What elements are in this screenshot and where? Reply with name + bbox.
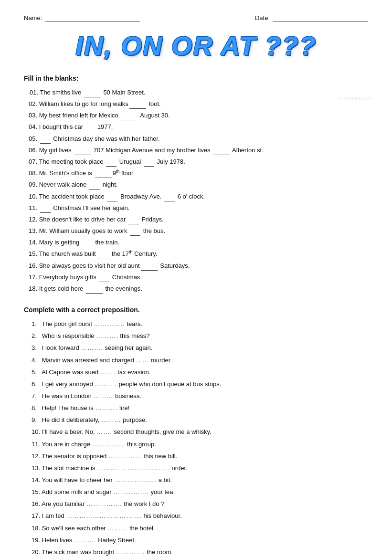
dots: ……	[136, 357, 149, 364]
list-item: 5. Al Capone was sued ……. tax evasion.	[32, 368, 368, 377]
list-item: 17. Everybody buys gifts Christmas.	[29, 273, 368, 282]
blank	[130, 230, 140, 236]
date-underline	[273, 15, 368, 21]
list-item: 1. The poor girl burst ………….. tears.	[32, 319, 368, 329]
blank	[40, 137, 51, 144]
list-item: 05. Christmas day she was with her fathe…	[29, 134, 368, 144]
blank	[82, 241, 93, 247]
list-item: 09. Never walk alone night.	[29, 180, 368, 190]
list-item: 01. The smiths live 50 Main Street.	[29, 88, 368, 97]
blank	[106, 160, 117, 167]
section1: Fill in the blanks: 01. The smiths live …	[24, 74, 368, 294]
list-item: 15. The church was built the 17th Centur…	[29, 249, 368, 259]
name-label: Name:	[24, 14, 42, 21]
list-item: 11. Christmas I'll see her again.	[29, 203, 368, 213]
blank	[128, 218, 139, 224]
list-item: 6. I get very annoyed ………. people who do…	[32, 379, 368, 389]
list-item: 10. The accident took place Broadway Ave…	[29, 192, 368, 201]
list-item: 11. You are in charge …………… this group.	[32, 440, 368, 449]
blank	[99, 276, 109, 282]
dots: ……….	[81, 344, 103, 351]
list-item: 07. The meeting took place Uruguai July …	[29, 157, 368, 167]
list-item: 15. Add some milk and sugar ……………. your …	[32, 487, 368, 497]
list-item: 02. William likes to go for long walks f…	[29, 99, 368, 109]
blank	[40, 207, 51, 213]
dots: …………..	[94, 320, 125, 327]
blank	[121, 114, 138, 120]
header: Name: Date:	[24, 14, 368, 21]
blank	[141, 264, 158, 271]
blank	[89, 184, 100, 190]
list-item: 20. The sick man was brought …………. the r…	[32, 547, 368, 557]
blank	[107, 195, 117, 201]
list-item: 9. He did it deliberately, ……… purpose.	[32, 415, 368, 425]
main-title: IN, ON OR AT ???	[75, 31, 317, 61]
section2: Complete with a correct preposition. 1. …	[24, 306, 368, 557]
blank	[86, 287, 103, 294]
title-container: IN, ON OR AT ???	[24, 30, 368, 61]
list-item: 7. He was in London ……… business.	[32, 391, 368, 401]
dots: ……….	[95, 380, 117, 388]
dots: ……………	[108, 453, 142, 460]
date-label: Date:	[255, 14, 270, 21]
section1-list: 01. The smiths live 50 Main Street. 02. …	[24, 88, 368, 294]
dots: ……….	[96, 332, 118, 339]
list-item: 13. Mr. William usually goes to work the…	[29, 226, 368, 236]
list-item: 14. You will have to cheer her ………………. a…	[32, 475, 368, 485]
section1-title: Fill in the blanks:	[24, 74, 368, 82]
dots: …….	[100, 368, 116, 376]
dots: ………….	[116, 548, 145, 556]
dots: …………….	[113, 488, 149, 495]
date-field: Date:	[255, 14, 368, 21]
dots: …………………………….	[66, 512, 142, 519]
list-item: 18. It gets cold here the evenings.	[29, 284, 368, 294]
list-item: 4. Marvin was arrested and charged …… mu…	[32, 356, 368, 365]
dots: …………….	[86, 500, 122, 507]
list-item: 18. So we'll see each other ……… the hote…	[32, 524, 368, 533]
list-item: 17. I am fed ……………………………. his behaviour.	[32, 511, 368, 521]
list-item: 8. Help! The house is ………. fire!	[32, 403, 368, 413]
list-item: 12. She doesn't like to drive her car Fr…	[29, 215, 368, 224]
list-item: 10. I'll have a beer. No, ……. second tho…	[32, 427, 368, 437]
dots: ……………	[92, 441, 126, 448]
list-item: 13. The slot machine is …………. ………………. or…	[32, 463, 368, 473]
list-item: 3. I look forward ………. seeing her again.	[32, 343, 368, 353]
dots: ……………….	[114, 476, 157, 484]
blank	[213, 149, 230, 155]
dots: ……………….	[127, 464, 170, 472]
list-item: 16. She always goes to visit her old aun…	[29, 261, 368, 271]
blank	[95, 172, 112, 178]
name-field: Name:	[24, 14, 140, 21]
list-item: 03. My best friend left for Mexico Augus…	[29, 111, 368, 120]
section2-title: Complete with a correct preposition.	[24, 306, 368, 314]
list-item: 2. Who is responsible ………. this mess?	[32, 331, 368, 341]
name-underline	[45, 15, 140, 21]
list-item: 19. Helen lives ………. Harley Street.	[32, 536, 368, 545]
blank	[164, 195, 175, 201]
list-item: 12. The senator is opposed …………… this ne…	[32, 452, 368, 461]
dots: ………….	[97, 464, 126, 472]
dots: ………	[107, 525, 127, 532]
dots: ………	[101, 416, 121, 423]
list-item: 14. Mary is getting the train.	[29, 238, 368, 247]
blank	[84, 91, 101, 97]
blank	[144, 160, 154, 167]
dots: ……….	[95, 404, 117, 411]
blank	[129, 103, 146, 109]
dots: ……….	[74, 537, 96, 544]
list-item: 08. Mr. Smith's office is 9th floor.	[29, 168, 368, 178]
blank	[84, 126, 95, 132]
section2-list: 1. The poor girl burst ………….. tears. 2. …	[24, 319, 368, 557]
list-item: 04. I bought this car 1977.	[29, 122, 368, 132]
list-item: 06. My girl lives 707 Michigan Avenue an…	[29, 146, 368, 155]
blank	[74, 149, 91, 155]
dots: ………	[93, 392, 113, 400]
list-item: 16. Are you familiar ……………. the work I d…	[32, 499, 368, 509]
blank	[98, 253, 109, 259]
dots: …….	[96, 428, 112, 435]
